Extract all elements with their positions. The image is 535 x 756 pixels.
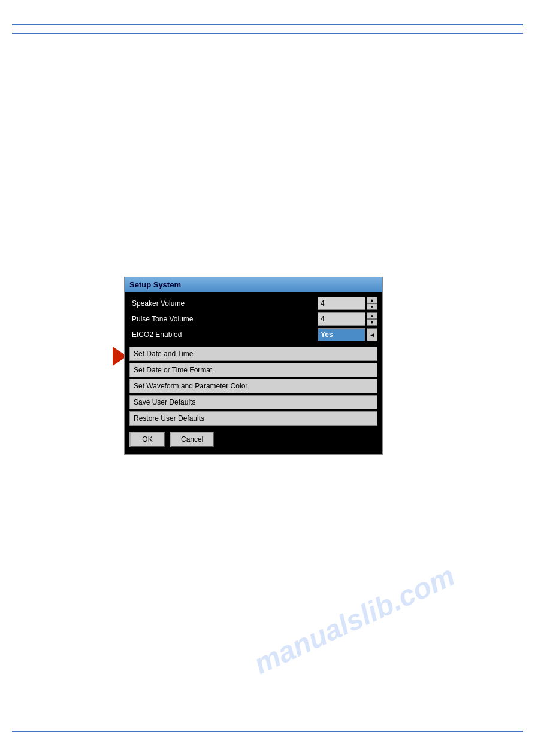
etco2-enabled-left-button[interactable]: ◄: [367, 328, 377, 341]
dialog-title-bar: Setup System: [125, 277, 382, 292]
etco2-enabled-controls: ◄: [367, 328, 377, 341]
save-user-defaults-button[interactable]: Save User Defaults: [129, 395, 377, 409]
etco2-enabled-value: Yes: [318, 328, 365, 341]
speaker-volume-label: Speaker Volume: [129, 299, 318, 308]
setup-system-dialog: Setup System Speaker Volume 4 ▲ ▼ Pulse …: [124, 277, 383, 455]
speaker-volume-row: Speaker Volume 4 ▲ ▼: [129, 297, 377, 310]
set-date-or-time-format-button[interactable]: Set Date or Time Format: [129, 363, 377, 377]
set-date-and-time-button[interactable]: Set Date and Time: [129, 347, 377, 361]
speaker-volume-value: 4: [318, 297, 365, 310]
speaker-volume-controls: ▲ ▼: [367, 297, 377, 310]
dialog-footer: OK Cancel: [129, 432, 377, 450]
pulse-tone-volume-controls: ▲ ▼: [367, 312, 377, 326]
pulse-tone-volume-up-button[interactable]: ▲: [367, 312, 377, 319]
etco2-enabled-label: EtCO2 Enabled: [129, 330, 318, 339]
top-border: [12, 24, 523, 25]
bottom-border: [12, 731, 523, 732]
pulse-tone-volume-label: Pulse Tone Volume: [129, 315, 318, 323]
etco2-enabled-row: EtCO2 Enabled Yes ◄: [129, 328, 377, 341]
pulse-tone-volume-value: 4: [318, 312, 365, 326]
pulse-tone-volume-row: Pulse Tone Volume 4 ▲ ▼: [129, 312, 377, 326]
restore-user-defaults-button[interactable]: Restore User Defaults: [129, 411, 377, 426]
speaker-volume-up-button[interactable]: ▲: [367, 297, 377, 303]
divider: [129, 344, 377, 344]
pulse-tone-volume-down-button[interactable]: ▼: [367, 319, 377, 326]
watermark: manualslib.com: [249, 559, 460, 681]
speaker-volume-down-button[interactable]: ▼: [367, 303, 377, 310]
cancel-button[interactable]: Cancel: [170, 432, 214, 447]
second-border: [12, 33, 523, 34]
dialog-title: Setup System: [129, 280, 181, 289]
ok-button[interactable]: OK: [129, 432, 165, 447]
dialog-content: Speaker Volume 4 ▲ ▼ Pulse Tone Volume 4…: [125, 292, 382, 454]
set-waveform-and-parameter-color-button[interactable]: Set Waveform and Parameter Color: [129, 379, 377, 393]
